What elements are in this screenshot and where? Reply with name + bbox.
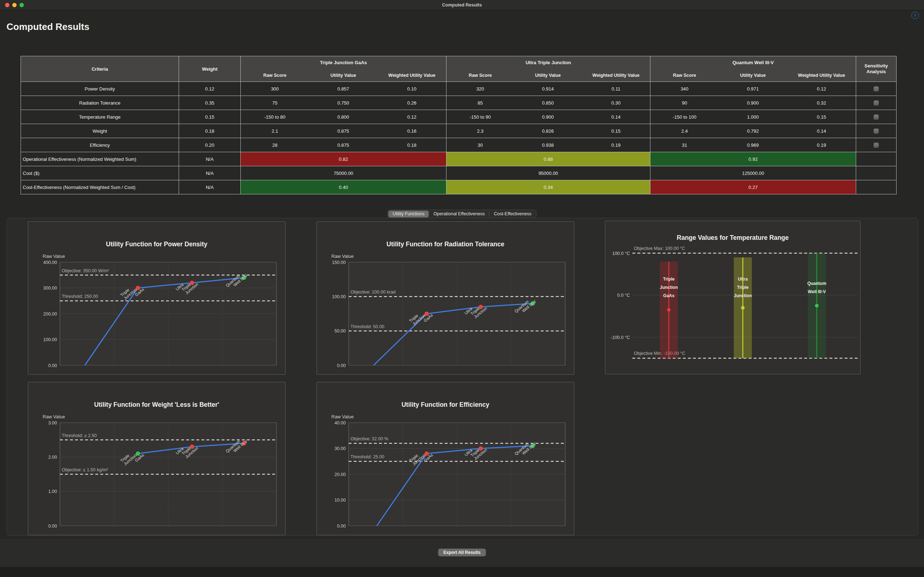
chart-view-tabs: Utility FunctionsOperational Effectivene… [387,210,537,218]
sensitivity-cell [856,110,896,124]
export-all-results-button[interactable]: Export All Results [438,548,486,556]
chart-panel-efficiency: Utility Function for EfficiencyRaw Value… [317,382,574,535]
value-cell: 0.900 [719,96,787,110]
value-cell: 0.900 [514,110,582,124]
value-cell: 320 [446,82,514,95]
value-cell: 28 [241,138,309,152]
summary-weight: N/A [179,166,241,180]
column-header-sensitivity-analysis: Sensitivity Analysis [856,56,896,82]
value-cell: 0.826 [514,124,582,138]
chart-panel-weight: Utility Function for Weight 'Less is Bet… [28,382,286,535]
value-cell: 0.15 [787,110,856,124]
svg-text:Raw Value: Raw Value [331,253,354,259]
table-header: CriteriaWeightTriple Junction GaAsUltra … [21,56,896,82]
column-group-ultra-triple-junction: Ultra Triple Junction [446,56,650,69]
value-cell: 0.32 [787,96,856,110]
summary-name: Operational Effectiveness (Normalized We… [21,152,179,166]
column-header-criteria: Criteria [21,56,179,82]
bottom-bar: Export All Results [0,538,924,567]
sensitivity-cell [856,152,896,166]
sensitivity-checkbox[interactable] [874,114,879,120]
sensitivity-checkbox[interactable] [874,128,879,134]
svg-text:Threshold: 50.00: Threshold: 50.00 [351,324,384,329]
svg-text:300.00: 300.00 [43,285,57,291]
svg-text:0.00: 0.00 [48,524,57,529]
summary-name: Cost-Effectiveness (Normalized Weighted … [21,180,179,194]
tab-operational-effectiveness[interactable]: Operational Effectiveness [429,211,489,218]
summary-value-cell: 0.40 [241,180,446,194]
tab-cost-effectiveness[interactable]: Cost-Effectiveness [489,211,536,218]
sensitivity-checkbox[interactable] [874,100,879,106]
value-cell: 0.750 [309,96,378,110]
chart-panel-power-density: Utility Function for Power DensityRaw Va… [28,221,286,375]
value-cell: 0.14 [582,110,650,124]
window-title: Computed Results [0,0,924,10]
svg-text:3.00: 3.00 [48,421,57,425]
svg-text:Utility Function for Weight 'L: Utility Function for Weight 'Less is Bet… [94,401,219,408]
chart-utility-function-for-power-density: Utility Function for Power DensityRaw Va… [28,222,285,374]
sub-header-weighted-utility-value: Weighted Utility Value [582,69,650,82]
value-cell: 1.000 [719,110,787,124]
chart-panel-radiation-tolerance: Utility Function for Radiation Tolerance… [317,221,574,375]
value-cell: 31 [650,138,719,152]
page-title: Computed Results [6,21,89,32]
sub-header-raw-score: Raw Score [241,69,309,82]
chart-panel-temperature-range: Range Values for Temperature Range100.0 … [605,221,861,374]
tab-utility-functions[interactable]: Utility Functions [388,211,429,218]
criteria-weight: 0.35 [179,96,241,110]
value-cell: 0.875 [309,138,378,152]
svg-text:100.00: 100.00 [332,294,346,299]
value-cell: -150 to 100 [650,110,719,124]
column-group-quantum-well-iii-v: Quantum Well III-V [650,56,856,69]
value-cell: 0.875 [309,124,378,138]
sub-header-raw-score: Raw Score [446,69,514,82]
svg-text:100.00: 100.00 [43,337,57,342]
svg-text:40.00: 40.00 [334,421,346,425]
value-cell: 300 [241,82,309,95]
svg-text:400.00: 400.00 [43,260,57,265]
column-header-weight: Weight [179,56,241,82]
table-row-weight: Weight0.182.10.8750.162.30.8260.152.40.7… [21,124,896,138]
criteria-weight: 0.12 [179,82,241,95]
sub-header-utility-value: Utility Value [719,69,787,82]
sensitivity-checkbox[interactable] [874,142,879,148]
svg-text:Objective: 350.00 W/m²: Objective: 350.00 W/m² [62,268,109,273]
svg-text:1.00: 1.00 [48,489,57,494]
svg-text:Threshold: 250.00: Threshold: 250.00 [62,294,98,299]
svg-text:Objective: 100.00 krad: Objective: 100.00 krad [351,290,396,295]
table-row-power-density: Power Density0.123000.8570.103200.9140.1… [21,82,896,95]
value-cell: 0.800 [309,110,378,124]
value-cell: 340 [650,82,719,95]
sub-header-raw-score: Raw Score [650,69,719,82]
sub-header-weighted-utility-value: Weighted Utility Value [378,69,446,82]
sensitivity-checkbox[interactable] [874,86,879,92]
summary-value-cell: 0.34 [446,180,650,194]
svg-text:20.00: 20.00 [334,472,346,477]
svg-text:Threshold: 25.00: Threshold: 25.00 [351,455,384,459]
summary-value-cell: 0.88 [446,152,650,166]
column-group-triple-junction-gaas: Triple Junction GaAs [241,56,446,69]
criteria-weight: 0.15 [179,110,241,124]
svg-text:10.00: 10.00 [334,498,346,503]
info-icon[interactable]: i [911,11,919,19]
value-cell: 0.14 [787,124,856,138]
svg-text:Utility Function for Efficienc: Utility Function for Efficiency [401,401,489,408]
criteria-weight: 0.18 [179,124,241,138]
value-cell: 0.969 [719,138,787,152]
value-cell: 30 [446,138,514,152]
summary-weight: N/A [179,180,241,194]
value-cell: 0.16 [378,124,446,138]
summary-value-cell: 125000.00 [650,166,856,180]
svg-text:200.00: 200.00 [43,311,57,317]
criteria-name: Power Density [21,82,179,95]
sub-header-weighted-utility-value: Weighted Utility Value [787,69,856,82]
svg-text:Threshold: ≥ 2.50: Threshold: ≥ 2.50 [62,433,97,438]
summary-value-cell: 0.82 [241,152,446,166]
sub-header-utility-value: Utility Value [309,69,378,82]
value-cell: 2.1 [241,124,309,138]
window-content: i Computed Results CriteriaWeightTriple … [0,10,924,548]
criteria-name: Weight [21,124,179,138]
svg-text:150.00: 150.00 [332,260,346,265]
value-cell: 0.792 [719,124,787,138]
table-row-radiation-tolerance: Radiation Tolerance0.35750.7500.26850.85… [21,95,896,110]
